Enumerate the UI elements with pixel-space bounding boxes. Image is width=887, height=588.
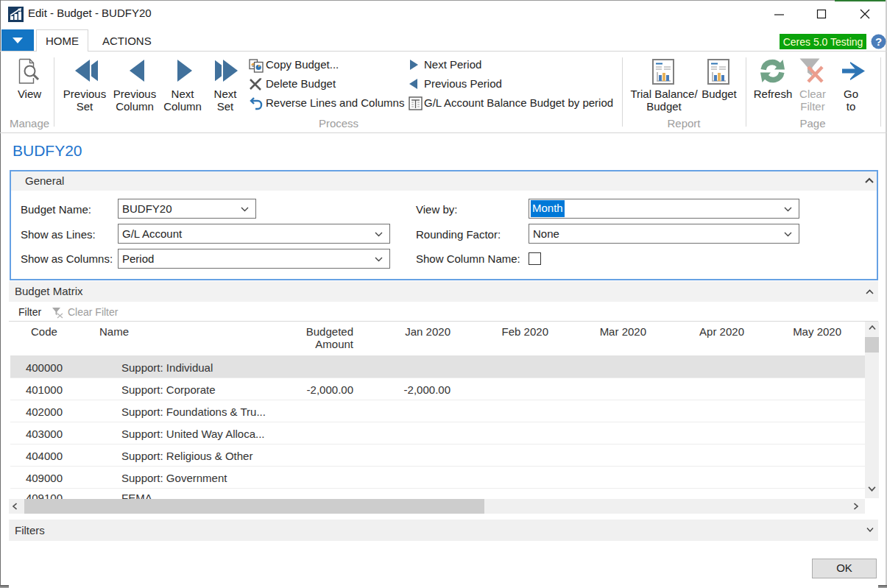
svg-text:?: ?: [875, 35, 882, 48]
